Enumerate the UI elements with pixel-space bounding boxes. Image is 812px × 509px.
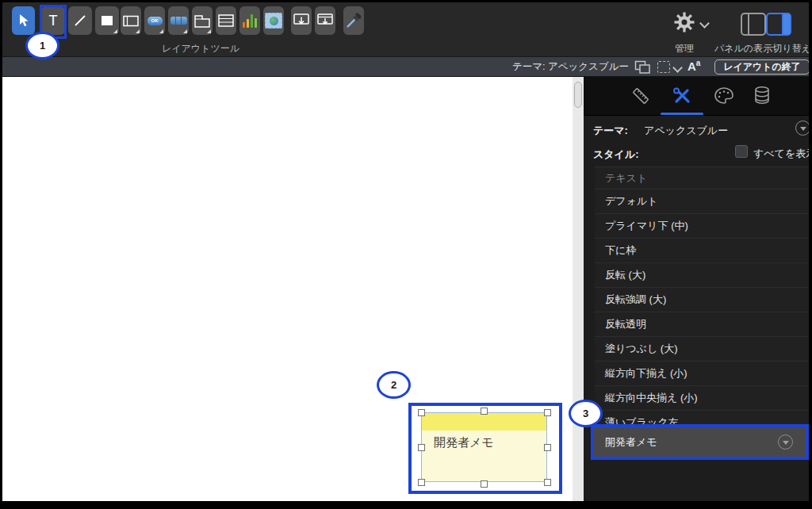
part-picker-button[interactable]: [315, 6, 335, 35]
ok-badge: OK: [151, 18, 159, 23]
theme-label: テーマ:: [593, 124, 628, 138]
field-tool-button[interactable]: [121, 6, 141, 35]
theme-value: アペックスブルー: [644, 124, 728, 138]
theme-expand-button[interactable]: [795, 121, 809, 136]
style-row[interactable]: 塗りつぶし (大): [595, 337, 809, 362]
right-panel-toggle-icon: [782, 14, 783, 34]
canvas-scrollbar-track[interactable]: [573, 77, 584, 501]
style-row-label: デフォルト: [605, 195, 658, 207]
style-row-label: 開発者メモ: [605, 435, 657, 450]
button-tool-button[interactable]: OK: [144, 6, 165, 35]
format-painter-button[interactable]: [343, 6, 364, 35]
style-row-label: 下に枠: [605, 244, 636, 256]
ruler-icon: [630, 86, 651, 106]
chevron-down-icon: [800, 127, 806, 131]
callout-number: 3: [583, 408, 588, 419]
tab-control-icon: [194, 14, 210, 28]
style-row[interactable]: 縦方向中央揃え (小): [595, 386, 809, 411]
callout-1: 1: [25, 32, 59, 59]
select-tool-button[interactable]: [12, 6, 35, 35]
selected-style-annotation-rect: 開発者メモ: [591, 424, 809, 460]
style-row[interactable]: 反転強調 (大): [595, 288, 809, 312]
style-row[interactable]: デフォルト: [595, 189, 809, 214]
chevron-down-icon: [783, 441, 789, 445]
callout-2: 2: [377, 371, 411, 399]
web-viewer-icon: [265, 13, 282, 29]
field-icon: [123, 15, 139, 27]
manage-menu-button[interactable]: [672, 10, 696, 34]
field-picker-icon: [293, 13, 309, 28]
inspector-panel: テーマ: アペックスブルー スタイル: すべてを表示 テキスト デフォルトプライ…: [584, 77, 809, 501]
tab-styles[interactable]: [670, 85, 694, 107]
active-tab-underline: [661, 113, 703, 115]
left-panel-toggle-button[interactable]: [741, 13, 766, 36]
style-row[interactable]: 縦方向下揃え (小): [595, 362, 809, 386]
text-format-big: A: [688, 59, 696, 73]
right-panel-toggle-button[interactable]: [766, 13, 791, 36]
canvas-scrollbar-thumb[interactable]: [574, 82, 582, 108]
style-label: スタイル:: [593, 147, 639, 162]
callout-3: 3: [569, 400, 603, 427]
style-row-label: 縦方向下揃え (小): [605, 367, 688, 379]
button-bar-icon: [170, 17, 187, 25]
manage-chevron-icon: [699, 18, 710, 29]
tab-control-tool-button[interactable]: [192, 6, 213, 35]
inspector-tabs: [584, 77, 809, 116]
arrange-objects-icon[interactable]: [634, 60, 652, 75]
button-icon: OK: [147, 17, 163, 25]
tab-appearance[interactable]: [712, 85, 736, 107]
text-format-button[interactable]: Aa: [688, 59, 700, 73]
annotation-rect-note: [408, 403, 562, 494]
style-row-label: 縦方向中央揃え (小): [605, 392, 698, 404]
style-row-label: 反転透明: [605, 318, 646, 330]
rectangle-icon: [102, 16, 113, 25]
button-bar-tool-button[interactable]: [168, 6, 189, 35]
style-row[interactable]: 反転透明: [595, 312, 809, 337]
field-picker-button[interactable]: [291, 6, 312, 35]
line-icon: [73, 13, 87, 28]
callout-number: 1: [40, 40, 45, 52]
part-picker-icon: [317, 13, 333, 28]
callout-number: 2: [391, 379, 396, 391]
gear-icon: [672, 10, 696, 34]
app-window: T OK: [2, 2, 809, 501]
portal-icon: [218, 14, 234, 27]
styles-list: テキスト デフォルトプライマリ下 (中)下に枠反転 (大)反転強調 (大)反転透…: [595, 166, 809, 435]
shape-tool-button[interactable]: [95, 6, 119, 35]
style-row-label: 塗りつぶし (大): [605, 343, 678, 354]
chart-icon: [243, 13, 258, 28]
palette-icon: [714, 86, 734, 105]
layout-tools-label: レイアウトツール: [50, 42, 351, 55]
show-all-checkbox[interactable]: [735, 145, 748, 158]
style-row-selected[interactable]: 開発者メモ: [594, 427, 806, 457]
left-panel-toggle-icon: [748, 14, 749, 34]
eyedropper-icon: [345, 12, 362, 29]
selection-mode-chevron-icon[interactable]: [672, 63, 683, 73]
tab-data[interactable]: [750, 85, 774, 107]
web-viewer-tool-button[interactable]: [263, 6, 284, 35]
theme-status-label: テーマ: アペックスブルー: [431, 57, 629, 76]
tab-position[interactable]: [629, 85, 653, 107]
exit-layout-button[interactable]: レイアウトの終了: [714, 59, 809, 75]
styles-list-header: テキスト: [595, 167, 809, 189]
style-row[interactable]: 反転 (大): [595, 263, 809, 288]
layout-toolbar: T OK: [2, 2, 809, 56]
selection-mode-button[interactable]: [657, 61, 670, 73]
panel-toggle-label: パネルの表示切り替え: [714, 42, 809, 55]
chart-tool-button[interactable]: [239, 6, 260, 35]
text-format-small: a: [696, 59, 701, 67]
style-row[interactable]: 下に枠: [595, 239, 809, 263]
style-expand-button[interactable]: [778, 434, 793, 450]
manage-label: 管理: [665, 42, 704, 55]
format-bar: テーマ: アペックスブルー Aa レイアウトの終了: [2, 56, 809, 77]
portal-tool-button[interactable]: [216, 6, 236, 35]
cursor-arrow-icon: [17, 13, 30, 28]
style-row[interactable]: プライマリ下 (中): [595, 214, 809, 239]
screenshot-root: { "toolbar": { "group_label": "レイアウトツール"…: [0, 0, 812, 509]
right-panel-toggle-fill: [783, 14, 790, 34]
style-row-label: 反転強調 (大): [605, 293, 666, 305]
tools-icon: [671, 86, 693, 106]
style-row-label: 反転 (大): [605, 269, 645, 281]
show-all-label: すべてを表示: [753, 147, 809, 161]
line-tool-button[interactable]: [68, 6, 92, 35]
